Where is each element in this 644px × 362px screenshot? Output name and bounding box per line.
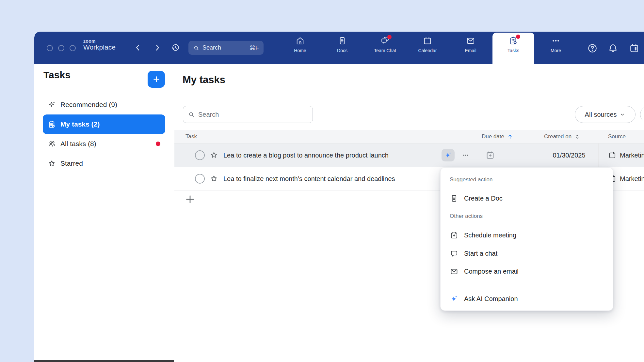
- sidebar-item-recommended[interactable]: Recommended (9): [34, 95, 174, 114]
- nav-team-chat-label: Team Chat: [374, 48, 396, 53]
- all-tasks-notification-dot: [156, 142, 160, 146]
- nav-email-label: Email: [465, 48, 476, 53]
- global-search[interactable]: Search ⌘F: [188, 41, 264, 55]
- search-input[interactable]: [198, 111, 308, 118]
- nav-calendar-label: Calendar: [418, 48, 437, 53]
- task-title: Lea to finalize next month’s content cal…: [223, 167, 395, 190]
- add-task-button-sidebar[interactable]: [148, 71, 165, 88]
- sources-filter-dropdown[interactable]: All sources: [575, 106, 636, 123]
- source-value: Marketing: [620, 143, 644, 167]
- menu-item-label: Ask AI Companion: [464, 295, 518, 303]
- email-icon: [466, 36, 475, 46]
- task-title: Lea to create a blog post to announce th…: [223, 143, 389, 167]
- window-bottom-edge: [34, 360, 174, 362]
- doc-icon: [450, 194, 459, 203]
- menu-item-label: Schedule meeting: [464, 232, 516, 239]
- plus-icon: [152, 75, 161, 83]
- schedule-panel-icon[interactable]: [629, 43, 640, 54]
- nav-more-label: More: [551, 48, 561, 53]
- task-complete-checkbox[interactable]: [195, 150, 205, 160]
- nav-home[interactable]: Home: [281, 36, 320, 62]
- row-more-button[interactable]: [459, 150, 472, 160]
- ai-sparkle-icon: [444, 151, 452, 159]
- nav-team-chat[interactable]: Team Chat: [364, 36, 406, 62]
- nav-more[interactable]: More: [536, 36, 575, 62]
- help-icon[interactable]: [587, 43, 598, 54]
- sidebar-item-my-tasks[interactable]: My tasks (2): [43, 114, 165, 134]
- menu-item-schedule-meeting[interactable]: Schedule meeting: [445, 228, 608, 242]
- menu-item-label: Start a chat: [464, 250, 497, 257]
- menu-item-label: Create a Doc: [464, 195, 503, 202]
- calendar-plus-icon: [450, 231, 459, 240]
- sidebar-item-label: All tasks (8): [60, 140, 96, 148]
- other-actions-label: Other actions: [450, 213, 483, 219]
- search-icon: [193, 45, 200, 51]
- sidebar-item-all-tasks[interactable]: All tasks (8): [34, 134, 174, 154]
- menu-item-start-chat[interactable]: Start a chat: [445, 246, 608, 261]
- menu-item-compose-email[interactable]: Compose an email: [445, 264, 608, 279]
- menu-item-create-doc[interactable]: Create a Doc: [445, 191, 608, 205]
- more-icon: [551, 36, 561, 46]
- forward-icon[interactable]: [153, 43, 162, 53]
- ai-companion-button[interactable]: [442, 149, 455, 161]
- task-row[interactable]: Lea to create a blog post to announce th…: [174, 143, 644, 167]
- topbar: zoom Workplace Search ⌘F: [34, 32, 644, 64]
- nav-docs[interactable]: Docs: [323, 36, 362, 62]
- back-icon[interactable]: [133, 43, 143, 53]
- search-icon: [188, 111, 195, 118]
- team-chat-badge: [387, 35, 392, 39]
- notifications-bell-icon[interactable]: [607, 43, 619, 54]
- people-icon: [47, 140, 56, 148]
- envelope-icon: [450, 267, 459, 276]
- menu-item-label: Compose an email: [464, 268, 519, 275]
- window-control-dot[interactable]: [70, 45, 76, 51]
- zoom-workplace-logo: zoom Workplace: [83, 39, 116, 51]
- sort-both-icon: [574, 134, 580, 140]
- sidebar-item-label: My tasks (2): [60, 120, 100, 128]
- nav-tasks-label: Tasks: [507, 48, 519, 53]
- tasks-badge: [516, 35, 520, 39]
- calendar-icon: [423, 36, 432, 46]
- chat-bubble-icon: [450, 249, 459, 258]
- nav-tasks-active-tab[interactable]: Tasks: [492, 33, 534, 64]
- task-actions-popup: Suggested action Create a Doc Other acti…: [440, 167, 613, 311]
- nav-docs-label: Docs: [337, 48, 347, 53]
- nav-email[interactable]: Email: [451, 36, 490, 62]
- nav-home-label: Home: [294, 48, 306, 53]
- ai-sparkle-icon: [450, 294, 459, 303]
- add-due-date-icon[interactable]: [485, 150, 495, 160]
- search-shortcut: ⌘F: [250, 44, 259, 52]
- sparkle-icon: [47, 100, 56, 109]
- window-controls: [47, 45, 76, 51]
- sidebar-title: Tasks: [43, 69, 71, 81]
- source-calendar-icon: [608, 151, 617, 159]
- brand-workplace: Workplace: [83, 44, 116, 51]
- suggested-action-label: Suggested action: [450, 176, 492, 183]
- nav-calendar[interactable]: Calendar: [408, 36, 447, 62]
- sidebar-item-starred[interactable]: Starred: [34, 154, 174, 173]
- star-icon[interactable]: [209, 174, 218, 183]
- sidebar-item-label: Recommended (9): [60, 101, 117, 109]
- filter-button-partial[interactable]: [640, 106, 644, 123]
- sort-ascending-icon: [507, 133, 513, 140]
- window-control-dot[interactable]: [58, 45, 64, 51]
- sources-filter-label: All sources: [585, 111, 617, 118]
- menu-divider: [449, 285, 604, 285]
- star-icon: [47, 159, 56, 168]
- sidebar-list: Recommended (9) My tasks (2): [34, 95, 174, 173]
- task-search: [183, 106, 313, 123]
- page-title: My tasks: [183, 74, 225, 86]
- add-task-button[interactable]: [184, 193, 196, 205]
- window-control-dot[interactable]: [47, 45, 53, 51]
- created-on-value: 01/30/2025: [540, 143, 598, 167]
- star-icon[interactable]: [209, 151, 218, 160]
- menu-item-ask-ai-companion[interactable]: Ask AI Companion: [445, 292, 608, 306]
- tasks-icon: [508, 36, 518, 46]
- column-header-due-date[interactable]: Due date: [482, 130, 513, 143]
- column-header-created-on[interactable]: Created on: [544, 130, 580, 143]
- task-complete-checkbox[interactable]: [195, 174, 205, 184]
- source-value: Marketing: [620, 167, 644, 190]
- home-icon: [295, 36, 305, 46]
- clipboard-check-icon: [47, 120, 56, 129]
- history-icon[interactable]: [171, 43, 181, 53]
